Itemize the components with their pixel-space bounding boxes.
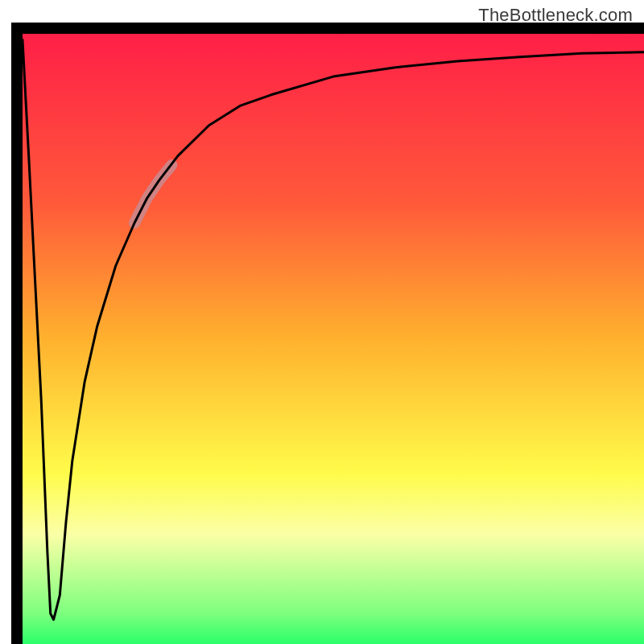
curve-layer <box>23 34 644 644</box>
plot-area <box>11 23 644 644</box>
bottleneck-curve <box>23 40 644 620</box>
chart-frame: TheBottleneck.com <box>0 0 644 644</box>
